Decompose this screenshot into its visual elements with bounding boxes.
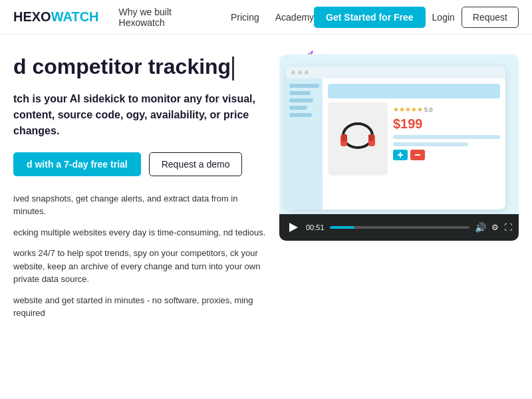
hero-subtitle: tch is your AI sidekick to monitor any f… bbox=[13, 91, 266, 139]
nav-link-academy[interactable]: Academy bbox=[275, 12, 314, 23]
fullscreen-icon[interactable]: ⛶ bbox=[504, 223, 512, 232]
add-button bbox=[393, 150, 408, 160]
sidebar-line bbox=[289, 91, 311, 95]
headphones-icon bbox=[331, 112, 384, 166]
logo: HEXOWATCH bbox=[13, 9, 99, 25]
detail-line bbox=[393, 142, 468, 146]
nav-links: Why we built Hexowatch Pricing Academy bbox=[119, 7, 315, 28]
detail-line bbox=[393, 135, 500, 139]
product-price: $199 bbox=[393, 116, 500, 132]
hero-features: ived snapshots, get change alerts, and e… bbox=[13, 192, 266, 320]
svg-point-1 bbox=[343, 124, 372, 148]
trial-button[interactable]: d with a 7-day free trial bbox=[13, 152, 141, 176]
play-icon bbox=[289, 223, 298, 232]
browser-bar bbox=[286, 66, 505, 78]
browser-top-bar bbox=[328, 84, 500, 98]
product-details: ★★★★★ 5.0 $199 bbox=[393, 102, 500, 204]
feature-item: works 24/7 to help spot trends, spy on y… bbox=[13, 247, 266, 286]
svg-rect-5 bbox=[368, 134, 374, 141]
browser-sidebar bbox=[286, 78, 323, 209]
demo-button[interactable]: Request a demo bbox=[149, 152, 243, 176]
svg-rect-4 bbox=[342, 134, 347, 141]
feature-item: ived snapshots, get change alerts, and e… bbox=[13, 192, 266, 218]
navbar: HEXOWATCH Why we built Hexowatch Pricing… bbox=[0, 0, 532, 35]
nav-actions: Get Started for Free Login Request bbox=[314, 7, 519, 28]
video-timestamp: 00:51 bbox=[306, 223, 325, 231]
nav-link-pricing[interactable]: Pricing bbox=[231, 12, 259, 23]
hero-right: ★★★★★ 5.0 $199 bbox=[279, 55, 519, 241]
volume-icon[interactable]: 🔊 bbox=[475, 222, 486, 233]
browser-mockup: ★★★★★ 5.0 $199 bbox=[286, 66, 505, 209]
play-button[interactable] bbox=[286, 220, 301, 235]
product-area: ★★★★★ 5.0 $199 bbox=[328, 102, 500, 204]
remove-button bbox=[410, 150, 425, 160]
video-wrapper: ★★★★★ 5.0 $199 bbox=[279, 55, 519, 241]
sidebar-line bbox=[289, 84, 319, 88]
video-progress-fill bbox=[330, 226, 355, 229]
request-button[interactable]: Request bbox=[462, 7, 519, 28]
browser-content: ★★★★★ 5.0 $199 bbox=[286, 78, 505, 209]
add-to-cart-buttons bbox=[393, 150, 500, 160]
settings-icon[interactable]: ⚙ bbox=[491, 223, 499, 232]
hero-buttons: d with a 7-day free trial Request a demo bbox=[13, 152, 266, 176]
hero-section: d competitor tracking tch is your AI sid… bbox=[0, 35, 532, 333]
browser-main: ★★★★★ 5.0 $199 bbox=[323, 78, 505, 209]
hero-left: d competitor tracking tch is your AI sid… bbox=[13, 55, 266, 320]
video-progress-bar[interactable] bbox=[330, 226, 469, 229]
star-rating: ★★★★★ 5.0 bbox=[393, 106, 500, 113]
sidebar-line bbox=[289, 106, 307, 110]
product-image bbox=[328, 102, 388, 176]
sidebar-line bbox=[289, 113, 312, 117]
login-button[interactable]: Login bbox=[432, 12, 455, 23]
feature-item: website and get started in minutes - no … bbox=[13, 294, 266, 320]
feature-item: ecking multiple websites every day is ti… bbox=[13, 226, 266, 239]
sidebar-line bbox=[289, 98, 313, 102]
nav-link-why[interactable]: Why we built Hexowatch bbox=[119, 7, 215, 28]
browser-dot-3 bbox=[305, 70, 309, 74]
video-controls[interactable]: 00:51 🔊 ⚙ ⛶ bbox=[279, 214, 519, 241]
browser-dot-1 bbox=[291, 70, 295, 74]
get-started-button[interactable]: Get Started for Free bbox=[314, 7, 425, 28]
hero-title: d competitor tracking bbox=[13, 55, 266, 80]
browser-dot-2 bbox=[298, 70, 302, 74]
